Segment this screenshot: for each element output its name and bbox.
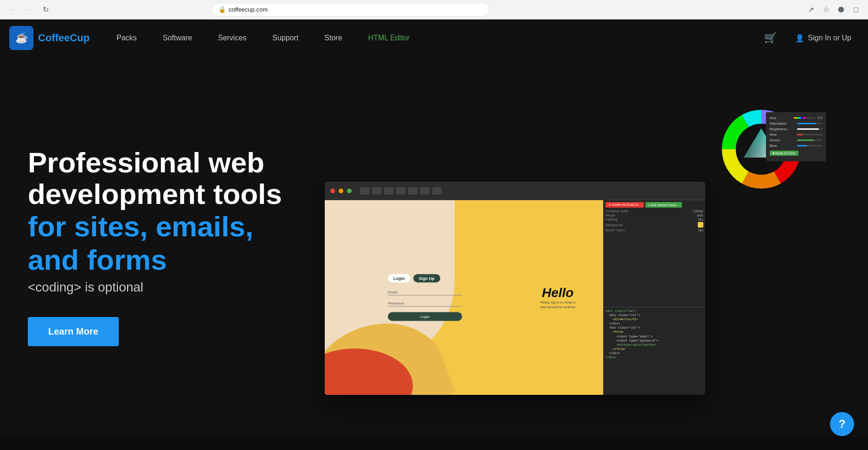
panel-setting-4: Background <box>605 222 703 228</box>
panel-setting-3: Padding 0px <box>605 218 703 221</box>
toolbar-icon4 <box>396 187 405 195</box>
nav-software[interactable]: Software <box>150 19 205 57</box>
hero-visual: @wljslmz <box>315 117 840 376</box>
window-button[interactable]: □ <box>849 3 862 16</box>
logo-link[interactable]: ☕ CoffeeCup <box>9 26 90 50</box>
preview-login-box: Login Sign Up Email Password Login <box>388 274 462 321</box>
hero-content: Professional webdevelopment tools for si… <box>28 147 315 346</box>
navbar: ☕ CoffeeCup Packs Software Services Supp… <box>0 19 868 57</box>
toolbar-dot-yellow <box>339 189 343 193</box>
code-line: </div> <box>605 351 703 355</box>
url-text: coffeecup.com <box>229 6 268 13</box>
hero-title-blue: for sites, emails,and forms <box>28 210 315 276</box>
panel-add-btn[interactable]: + Add Variant Rows... <box>645 202 682 208</box>
help-button[interactable]: ? <box>830 412 854 436</box>
nav-services[interactable]: Services <box>205 19 259 57</box>
preview-tabs: Login Sign Up <box>388 274 462 283</box>
editor-panel-bottom: <div class="row"> <div class="col"> <h1>… <box>604 307 705 395</box>
code-line: <div class="col"> <box>605 326 703 330</box>
nav-html-editor[interactable]: HTML Editor <box>355 19 423 57</box>
panel-setting-2: Margin auto <box>605 214 703 217</box>
preview-hello: Hello Please log in or create anew accou… <box>540 285 576 310</box>
user-icon: 👤 <box>795 34 804 43</box>
preview-tab-login: Login <box>388 274 411 283</box>
color-wheel-container: Hue 179 Saturation Brightness Red <box>720 108 822 209</box>
editor-panels: ✕ Delete All Rows In... + Add Variant Ro… <box>603 200 705 395</box>
code-line: <div class="col"> <box>605 313 703 317</box>
toolbar-icon2 <box>372 187 381 195</box>
signin-button[interactable]: 👤 Sign In or Up <box>788 30 859 46</box>
nav-actions: 🛒 👤 Sign In or Up <box>760 28 859 48</box>
hero-subtitle: <coding> is optional <box>28 280 315 295</box>
panel-setting-1: Container width 1200px <box>605 209 703 213</box>
toolbar-icon1 <box>360 187 369 195</box>
forward-button[interactable]: → <box>22 3 35 16</box>
refresh-button[interactable]: ↻ <box>39 3 52 16</box>
preview-password-field: Password <box>388 300 462 307</box>
preview-email-field: Email <box>388 289 462 296</box>
code-line: </form> <box>605 347 703 351</box>
panel-setting-5: Border radius 0px <box>605 228 703 232</box>
toolbar-dot-green <box>347 189 352 193</box>
toolbar-dot-red <box>330 189 335 193</box>
editor-preview: Login Sign Up Email Password Login Hello… <box>325 200 603 395</box>
bookmark-button[interactable]: ☆ <box>820 3 833 16</box>
code-line: </div> <box>605 322 703 326</box>
preview-tab-signup: Sign Up <box>413 274 440 283</box>
preview-hello-sub: Please log in or create anew account to … <box>540 300 576 310</box>
browser-chrome: ← → ↻ 🔒 coffeecup.com ➚ ☆ ⬣ □ <box>0 0 868 19</box>
signin-label: Sign In or Up <box>808 34 851 42</box>
share-button[interactable]: ➚ <box>805 3 818 16</box>
code-lines: <div class="row"> <div class="col"> <h1>… <box>605 309 703 360</box>
code-line: <h1>Hello</h1> <box>605 317 703 322</box>
editor-panel-top: ✕ Delete All Rows In... + Add Variant Ro… <box>604 200 705 307</box>
nav-support[interactable]: Support <box>259 19 311 57</box>
lock-icon: 🔒 <box>219 6 226 13</box>
preview-login-btn[interactable]: Login <box>388 312 462 321</box>
code-line: <form> <box>605 330 703 334</box>
panel-delete-btn[interactable]: ✕ Delete All Rows In... <box>605 202 644 208</box>
code-line: <input type="email"> <box>605 335 703 339</box>
learn-more-button[interactable]: Learn More <box>28 317 119 346</box>
toolbar-icon3 <box>384 187 393 195</box>
nav-store[interactable]: Store <box>311 19 355 57</box>
back-button[interactable]: ← <box>6 3 19 16</box>
extensions-button[interactable]: ⬣ <box>835 3 848 16</box>
panel-apply-btn[interactable]: ■ Apply & Close <box>770 151 798 156</box>
nav-packs[interactable]: Packs <box>103 19 150 57</box>
hero-section: Professional webdevelopment tools for si… <box>0 57 868 437</box>
code-line: </div> <box>605 355 703 360</box>
code-line: <div class="row"> <box>605 309 703 313</box>
hero-title-white: Professional webdevelopment tools <box>28 147 315 210</box>
color-panel: Hue 179 Saturation Brightness Red <box>766 112 826 161</box>
browser-actions: ➚ ☆ ⬣ □ <box>805 3 862 16</box>
editor-toolbar <box>325 182 705 200</box>
logo-text: CoffeeCup <box>38 32 90 44</box>
toolbar-icon6 <box>420 187 430 195</box>
nav-links: Packs Software Services Support Store HT… <box>103 19 760 57</box>
code-line: <input type="password"> <box>605 339 703 343</box>
address-bar[interactable]: 🔒 coffeecup.com <box>212 3 490 17</box>
editor-body: Login Sign Up Email Password Login Hello… <box>325 200 705 395</box>
code-line: <button>Login</button> <box>605 343 703 347</box>
logo-icon: ☕ <box>9 26 33 50</box>
editor-screenshot: Login Sign Up Email Password Login Hello… <box>325 182 705 395</box>
toolbar-icon7 <box>432 187 442 195</box>
preview-hello-text: Hello <box>540 285 576 300</box>
toolbar-icon5 <box>408 187 418 195</box>
cart-button[interactable]: 🛒 <box>760 28 780 48</box>
